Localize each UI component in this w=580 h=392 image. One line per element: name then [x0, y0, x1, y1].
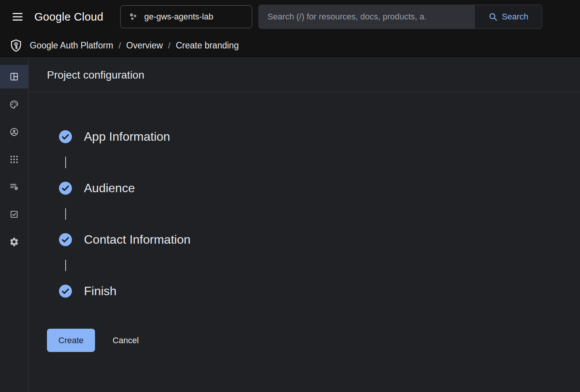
sidebar-nav [0, 58, 29, 392]
menu-button[interactable] [8, 7, 27, 27]
check-circle-icon [58, 181, 72, 195]
sidebar-item-clients[interactable] [0, 146, 28, 173]
project-selector[interactable]: ge-gws-agents-lab [120, 5, 252, 28]
breadcrumb-separator: / [119, 41, 121, 51]
breadcrumb-item-create-branding: Create branding [176, 40, 239, 51]
step-app-information[interactable]: App Information [58, 130, 580, 144]
checkbox-icon [9, 209, 19, 219]
app-window: Google Cloud ge-gws-agents-lab Search [0, 0, 580, 392]
top-bar: Google Cloud ge-gws-agents-lab Search [0, 0, 580, 34]
step-label: App Information [84, 130, 170, 144]
sidebar-item-verification[interactable] [0, 201, 28, 228]
sidebar-item-overview[interactable] [0, 65, 28, 88]
step-connector [65, 157, 66, 168]
search-button-label: Search [502, 12, 528, 22]
search-icon [488, 12, 498, 22]
breadcrumb-item-overview[interactable]: Overview [126, 40, 163, 51]
main-content: Project configuration App Information [29, 58, 580, 392]
create-button[interactable]: Create [47, 329, 95, 352]
check-circle-icon [58, 233, 72, 247]
breadcrumb-separator: / [168, 41, 171, 51]
step-label: Audience [84, 181, 135, 195]
list-settings-icon [9, 182, 19, 192]
step-connector [65, 208, 66, 220]
sidebar-item-settings[interactable] [0, 228, 28, 255]
sidebar-item-audience[interactable] [0, 118, 28, 146]
check-circle-icon [58, 284, 72, 298]
wizard-stepper: App Information Audience Con [29, 92, 580, 298]
breadcrumb: Google Auth Platform / Overview / Create… [0, 34, 580, 58]
google-cloud-logo[interactable]: Google Cloud [34, 11, 103, 23]
action-bar: Create Cancel [29, 329, 580, 352]
apps-icon [9, 154, 19, 164]
step-finish[interactable]: Finish [58, 284, 580, 298]
search-bar: Search [258, 5, 542, 29]
hamburger-icon [11, 10, 24, 23]
page-header: Project configuration [29, 58, 580, 92]
project-icon [128, 12, 138, 22]
sidebar-item-branding[interactable] [0, 91, 28, 118]
search-input[interactable] [258, 5, 474, 29]
breadcrumb-item-auth-platform[interactable]: Google Auth Platform [30, 40, 113, 51]
settings-icon [9, 237, 19, 247]
auth-platform-icon [8, 37, 24, 54]
step-contact-information[interactable]: Contact Information [58, 233, 580, 247]
step-label: Contact Information [84, 233, 190, 247]
cancel-button[interactable]: Cancel [111, 333, 140, 349]
palette-icon [9, 100, 19, 109]
account-icon [9, 127, 19, 137]
project-selector-label: ge-gws-agents-lab [144, 12, 213, 22]
step-audience[interactable]: Audience [58, 181, 580, 195]
page-title: Project configuration [47, 69, 144, 81]
check-circle-icon [58, 130, 72, 144]
step-connector [65, 260, 66, 271]
sidebar-item-data-access[interactable] [0, 173, 28, 201]
dashboard-icon [9, 72, 19, 82]
step-label: Finish [84, 284, 116, 298]
search-button[interactable]: Search [474, 5, 542, 29]
